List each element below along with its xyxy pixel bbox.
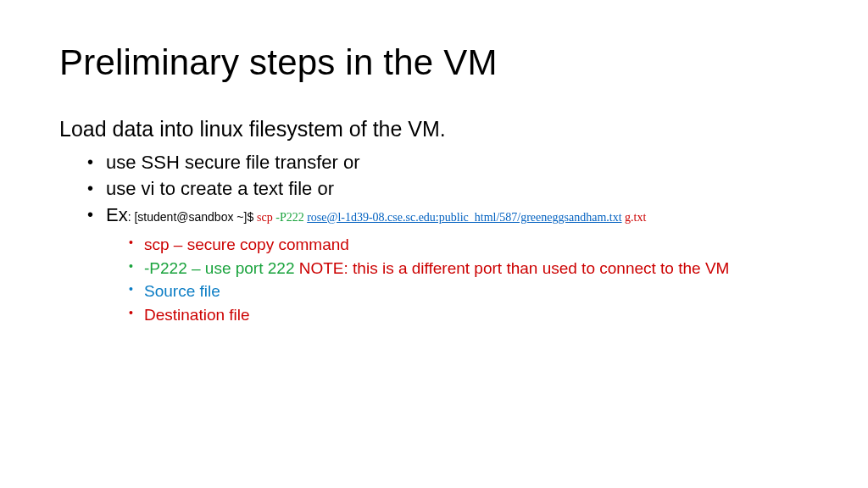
ex-source-url: rose@l-1d39-08.cse.sc.edu:public_html/58…: [307, 211, 621, 224]
sub-port-green: -P222 – use port 222: [144, 259, 299, 277]
main-list: use SSH secure file transfer or use vi t…: [59, 150, 809, 327]
intro-line: Load data into linux filesystem of the V…: [59, 117, 809, 141]
bullet-example: Ex: [student@sandbox ~]$ scp -P222 rose@…: [106, 202, 809, 327]
sub-port-note: NOTE: this is a different port than used…: [299, 259, 730, 277]
sub-list: scp – secure copy command -P222 – use po…: [106, 233, 809, 326]
bullet-vi: use vi to create a text file or: [106, 176, 809, 202]
ex-destination: g.txt: [622, 211, 647, 224]
sub-source-text: Source file: [144, 282, 220, 300]
sub-source: Source file: [144, 280, 809, 303]
ex-prompt: : [student@sandbox ~]$: [128, 210, 257, 224]
sub-scp-text: scp – secure copy command: [144, 236, 349, 253]
sub-destination-text: Destination file: [144, 306, 250, 324]
sub-scp: scp – secure copy command: [144, 233, 809, 257]
ex-port: -P222: [275, 211, 307, 224]
bullet-ssh: use SSH secure file transfer or: [106, 150, 809, 176]
slide-title: Preliminary steps in the VM: [59, 42, 809, 83]
ex-scp: scp: [257, 211, 275, 224]
sub-port: -P222 – use port 222 NOTE: this is a dif…: [144, 257, 809, 280]
sub-destination: Destination file: [144, 303, 809, 327]
ex-label: Ex: [106, 204, 128, 225]
